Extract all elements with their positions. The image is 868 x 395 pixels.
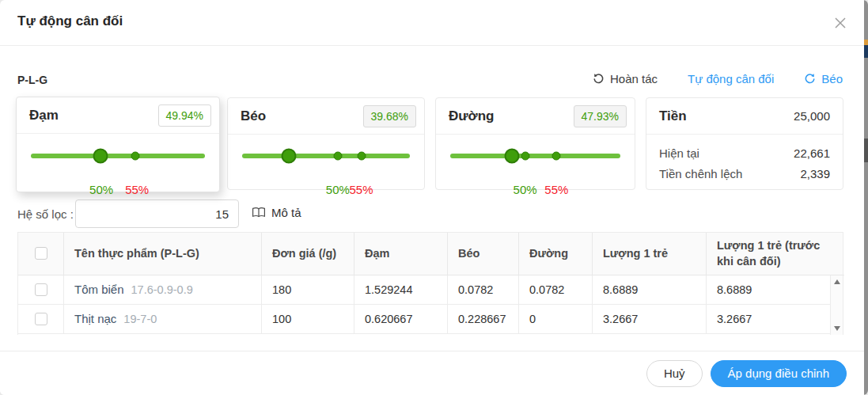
money-total: 25,000	[794, 109, 835, 123]
money-diff-label: Tiền chênh lệch	[659, 164, 742, 184]
sugar-cell: 0.0782	[519, 275, 593, 305]
select-all-cell	[18, 233, 64, 275]
money-card-header: Tiền 25,000	[646, 98, 843, 135]
table-row: Tôm biển 17.6-0.9-0.9 180 1.529244 0.078…	[18, 275, 843, 305]
sugar-card-header: Đường 47.93%	[436, 98, 635, 135]
table-scrollbar[interactable]	[830, 275, 843, 335]
fat-slider-handle[interactable]	[282, 149, 297, 164]
fat-value-badge: 39.68%	[363, 105, 416, 127]
fat-card-title: Béo	[241, 108, 266, 124]
fat-card: Béo 39.68% 50% 55%	[227, 97, 425, 190]
cancel-button[interactable]: Huỷ	[646, 360, 703, 387]
page-scrollbar[interactable]	[864, 0, 868, 395]
row-checkbox-cell	[18, 305, 64, 334]
fat-slider[interactable]: 50% 55%	[228, 135, 424, 189]
select-all-checkbox[interactable]	[35, 247, 47, 260]
sugar-threshold-dot-55	[552, 152, 561, 161]
protein-card: Đạm 49.94% 50% 55%	[16, 97, 220, 192]
sugar-label-50: 50%	[514, 183, 537, 196]
row-checkbox-cell	[18, 275, 64, 305]
protein-label-55: 55%	[125, 183, 149, 196]
header-sugar: Đường	[519, 233, 593, 275]
fat-threshold-dot-50	[333, 152, 342, 161]
sugar-slider-handle[interactable]	[505, 149, 520, 164]
food-name-cell: Thịt nạc 19-7-0	[64, 305, 262, 334]
row-checkbox[interactable]	[35, 283, 47, 296]
plg-label: P-L-G	[17, 74, 47, 86]
header-amount: Lượng 1 trẻ	[593, 233, 707, 275]
sugar-value-badge: 47.93%	[574, 105, 627, 127]
header-unit-price: Đơn giá (/g)	[262, 233, 354, 275]
money-card-title: Tiền	[659, 108, 687, 124]
description-toggle[interactable]: Mô tả	[252, 206, 301, 219]
undo-button[interactable]: Hoàn tác	[593, 72, 658, 85]
protein-card-title: Đạm	[29, 108, 59, 123]
dialog-title: Tự động cân đối	[17, 13, 123, 29]
food-name-cell: Tôm biển 17.6-0.9-0.9	[64, 275, 262, 305]
auto-balance-link[interactable]: Tự động cân đối	[688, 72, 774, 85]
filter-coefficient-label: Hệ số lọc :	[17, 207, 74, 221]
toolbar-links: Hoàn tác Tự động cân đối Béo	[593, 72, 843, 85]
redo-label: Béo	[821, 72, 843, 85]
header-protein: Đạm	[354, 233, 448, 275]
food-name: Thịt nạc	[74, 312, 116, 325]
apply-button[interactable]: Áp dụng điều chỉnh	[711, 360, 847, 387]
food-plg: 17.6-0.9-0.9	[131, 283, 193, 296]
price-cell: 180	[262, 275, 354, 305]
scroll-up-icon[interactable]	[834, 279, 840, 284]
protein-slider-track[interactable]	[31, 154, 205, 158]
sugar-slider[interactable]: 50% 55%	[436, 135, 635, 189]
scrollbar-mark	[864, 45, 868, 58]
protein-slider-handle[interactable]	[93, 149, 108, 164]
money-current-label: Hiện tại	[659, 143, 699, 164]
fat-label-50: 50%	[326, 183, 350, 196]
scrollbar-mark	[864, 40, 868, 45]
scroll-down-icon[interactable]	[834, 326, 840, 331]
sugar-slider-track[interactable]	[450, 154, 620, 158]
sugar-threshold-dot-50	[521, 152, 529, 161]
book-icon	[252, 207, 266, 218]
money-card-body: Hiện tại 22,661 Tiền chênh lệch 2,339	[646, 135, 843, 184]
food-table-body: Tôm biển 17.6-0.9-0.9 180 1.529244 0.078…	[18, 275, 843, 335]
header-amount-before: Lượng 1 trẻ (trước khi cân đối)	[707, 233, 844, 275]
close-icon[interactable]	[833, 16, 847, 30]
sugar-label-55: 55%	[544, 183, 568, 196]
protein-cell: 1.529244	[354, 275, 448, 305]
amount-before-cell: 3.2667	[707, 305, 832, 334]
redo-button[interactable]: Béo	[804, 72, 843, 85]
sugar-card: Đường 47.93% 50% 55%	[435, 97, 635, 190]
money-diff-row: Tiền chênh lệch 2,339	[659, 164, 830, 184]
money-diff-value: 2,339	[800, 164, 830, 184]
dialog-footer: Huỷ Áp dụng điều chỉnh	[0, 351, 864, 395]
protein-slider[interactable]: 50% 55%	[17, 134, 219, 192]
fat-slider-track[interactable]	[242, 154, 410, 158]
header-fat: Béo	[448, 233, 519, 275]
food-table: Tên thực phẩm (P-L-G) Đơn giá (/g) Đạm B…	[17, 232, 843, 335]
money-current-row: Hiện tại 22,661	[659, 143, 830, 164]
protein-cell: 0.620667	[354, 305, 448, 334]
page-scrollbar-thumb[interactable]	[864, 139, 868, 162]
money-card: Tiền 25,000 Hiện tại 22,661 Tiền chênh l…	[646, 97, 843, 190]
description-label: Mô tả	[271, 206, 301, 219]
price-cell: 100	[262, 305, 354, 334]
row-checkbox[interactable]	[35, 313, 47, 325]
undo-icon	[593, 73, 605, 85]
filter-coefficient-input[interactable]	[75, 199, 239, 228]
dialog-header: Tự động cân đối	[0, 0, 868, 46]
amount-before-cell: 8.6889	[707, 275, 832, 305]
auto-balance-label: Tự động cân đối	[688, 72, 774, 85]
undo-label: Hoàn tác	[610, 72, 658, 85]
fat-threshold-dot-55	[357, 152, 366, 161]
protein-card-header: Đạm 49.94%	[17, 97, 219, 134]
fat-label-55: 55%	[350, 183, 373, 196]
food-name: Tôm biển	[74, 283, 124, 296]
fat-card-header: Béo 39.68%	[228, 98, 424, 135]
protein-label-50: 50%	[89, 183, 113, 196]
redo-icon	[804, 73, 816, 85]
protein-threshold-dot	[131, 152, 140, 161]
table-row: Thịt nạc 19-7-0 100 0.620667 0.228667 0 …	[18, 305, 843, 334]
amount-cell: 8.6889	[593, 275, 707, 305]
food-plg: 19-7-0	[123, 313, 157, 325]
money-current-value: 22,661	[794, 143, 830, 164]
sugar-cell: 0	[519, 305, 593, 334]
